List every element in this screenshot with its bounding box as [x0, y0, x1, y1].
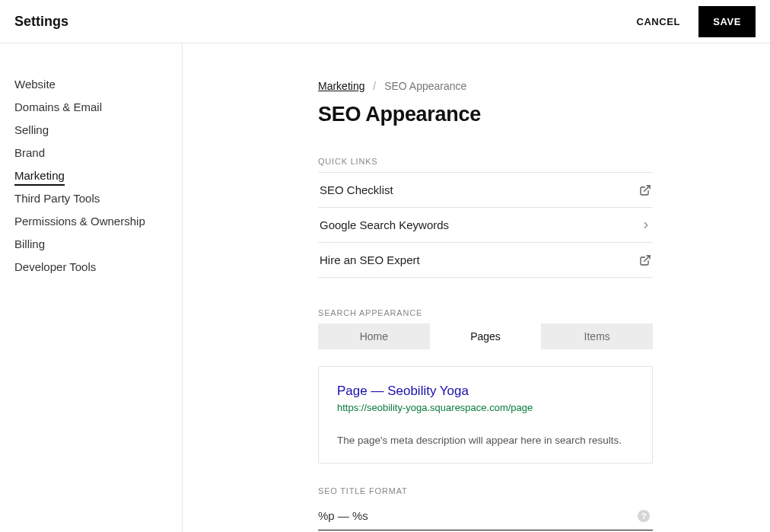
search-appearance-label: SEARCH APPEARANCE	[318, 308, 653, 317]
page-title: SEO Appearance	[318, 103, 653, 126]
breadcrumb-parent[interactable]: Marketing	[318, 80, 364, 92]
preview-description: The page's meta description will appear …	[337, 435, 634, 446]
external-link-icon	[639, 184, 651, 196]
breadcrumb: Marketing / SEO Appearance	[318, 80, 653, 92]
appearance-tabs: HomePagesItems	[318, 323, 653, 349]
quick-link-label: Hire an SEO Expert	[320, 253, 420, 266]
help-icon[interactable]: ?	[638, 510, 650, 522]
sidebar-item-domains-email[interactable]: Domains & Email	[14, 97, 102, 117]
breadcrumb-current: SEO Appearance	[384, 80, 466, 92]
sidebar-item-permissions-ownership[interactable]: Permissions & Ownership	[14, 211, 145, 231]
search-preview-card: Page — Seobility Yoga https://seobility-…	[318, 366, 653, 464]
preview-url: https://seobility-yoga.squarespace.com/p…	[337, 402, 634, 413]
quick-link-seo-checklist[interactable]: SEO Checklist	[318, 173, 653, 208]
main-content: Marketing / SEO Appearance SEO Appearanc…	[183, 43, 770, 532]
quick-link-hire-an-seo-expert[interactable]: Hire an SEO Expert	[318, 243, 653, 278]
sidebar-item-marketing[interactable]: Marketing	[14, 165, 65, 186]
svg-line-1	[644, 256, 650, 261]
cancel-button[interactable]: CANCEL	[636, 16, 680, 27]
settings-title: Settings	[14, 14, 68, 30]
tab-home[interactable]: Home	[318, 323, 430, 349]
preview-title: Page — Seobility Yoga	[337, 384, 634, 399]
seo-title-format-label: SEO TITLE FORMAT	[318, 486, 653, 495]
sidebar-item-developer-tools[interactable]: Developer Tools	[14, 256, 96, 277]
svg-line-0	[644, 186, 650, 191]
external-link-icon	[639, 254, 651, 266]
quick-link-google-search-keywords[interactable]: Google Search Keywords	[318, 208, 653, 243]
sidebar-item-third-party-tools[interactable]: Third Party Tools	[14, 188, 100, 209]
settings-sidebar: WebsiteDomains & EmailSellingBrandMarket…	[0, 43, 183, 532]
sidebar-item-website[interactable]: Website	[14, 74, 56, 94]
quick-links-label: QUICK LINKS	[318, 157, 653, 166]
chevron-right-icon	[641, 220, 651, 231]
seo-title-format-input[interactable]	[318, 502, 653, 530]
sidebar-item-selling[interactable]: Selling	[14, 119, 49, 140]
save-button[interactable]: SAVE	[698, 6, 756, 37]
sidebar-item-billing[interactable]: Billing	[14, 234, 45, 254]
quick-link-label: SEO Checklist	[320, 183, 393, 196]
tab-items[interactable]: Items	[541, 323, 653, 349]
tab-pages[interactable]: Pages	[430, 323, 542, 349]
quick-link-label: Google Search Keywords	[320, 218, 449, 231]
sidebar-item-brand[interactable]: Brand	[14, 142, 45, 163]
breadcrumb-separator: /	[373, 80, 376, 92]
